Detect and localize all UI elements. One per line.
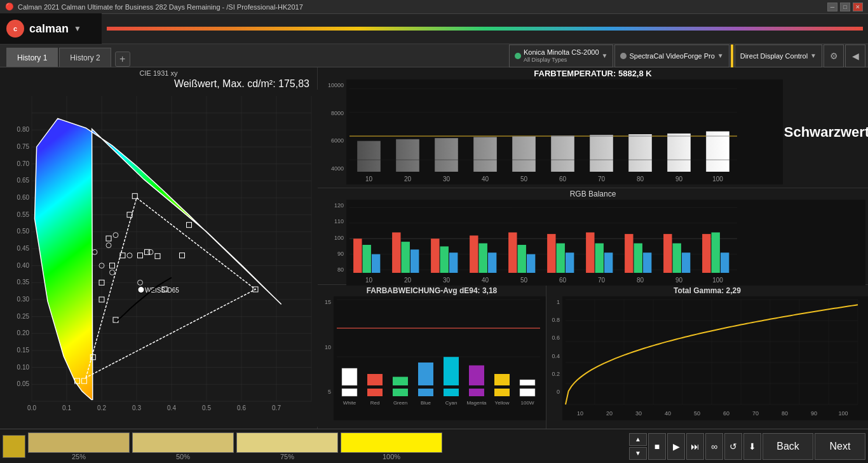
maximize-button[interactable]: □ bbox=[840, 3, 850, 11]
main-body: CIE 1931 xy Weißwert, Max. cd/m²: 175,83… bbox=[0, 67, 868, 429]
nav-buttons: ▲ ▼ ■ ▶ ⏭ ∞ ↺ ⬇ Back Next bbox=[629, 433, 868, 460]
gamma-canvas bbox=[562, 296, 861, 420]
display-dropdown-icon: ▼ bbox=[810, 52, 817, 59]
header: c calman ▼ bbox=[0, 14, 868, 45]
gamma-section: Total Gamma: 2,29 1 0.8 0.6 0.4 0.2 0 bbox=[546, 285, 868, 429]
swatch-100-label: 100% bbox=[383, 453, 400, 460]
rgb-y-100: 100 bbox=[334, 235, 344, 241]
title-bar-logo-icon: 🔴 bbox=[5, 3, 14, 11]
nav-settings-button[interactable]: ⬇ bbox=[743, 433, 761, 460]
farbdev-section: FARBABWEICHUNG-Avg dE94: 3,18 15 10 5 bbox=[318, 285, 546, 429]
nav-step-button[interactable]: ⏭ bbox=[686, 433, 704, 460]
farb-y-10000: 10000 bbox=[328, 82, 344, 88]
pattern-selector[interactable]: SpectraCal VideoForge Pro ▼ bbox=[614, 45, 729, 67]
gamma-title: Total Gamma: 2,29 bbox=[546, 285, 868, 296]
title-bar-text: Calman 2021 Calman Ultimate for Business… bbox=[18, 3, 303, 11]
nav-refresh-button[interactable]: ↺ bbox=[724, 433, 742, 460]
swatch-25-group: 25% bbox=[28, 432, 130, 460]
swatch-50-label: 50% bbox=[176, 453, 190, 460]
farb-y-6000: 6000 bbox=[331, 137, 344, 144]
meter-dropdown-icon: ▼ bbox=[602, 52, 608, 59]
small-swatch bbox=[3, 435, 25, 458]
gamma-y-04: 0.4 bbox=[552, 353, 560, 359]
rgb-y-80: 80 bbox=[337, 266, 344, 273]
gamma-y-02: 0.2 bbox=[552, 371, 560, 377]
nav-loop-button[interactable]: ∞ bbox=[705, 433, 723, 460]
swatch-75-bar bbox=[236, 432, 338, 453]
rgb-y-90: 90 bbox=[337, 251, 344, 257]
svg-text:c: c bbox=[13, 25, 17, 32]
schwarzwert-label: Schwarzwert bbox=[785, 79, 868, 184]
farbtemp-title: FARBTEMPERATUR: 5882,8 K bbox=[318, 67, 868, 79]
close-button[interactable]: ✕ bbox=[853, 3, 863, 11]
rgb-title: RGB Balance bbox=[318, 188, 868, 200]
meter-selector[interactable]: Konica Minolta CS-2000 All Display Types… bbox=[509, 45, 614, 67]
instrument-bar: Konica Minolta CS-2000 All Display Types… bbox=[509, 45, 868, 67]
logo-text: calman bbox=[29, 22, 69, 36]
swatch-75-group: 75% bbox=[236, 432, 338, 460]
cie-canvas bbox=[0, 90, 318, 427]
cie-whitepoint-title: Weißwert, Max. cd/m²: 175,83 bbox=[0, 77, 317, 90]
pattern-status-dot bbox=[620, 53, 627, 59]
rgb-y-110: 110 bbox=[334, 218, 344, 225]
gamma-y-0: 0 bbox=[557, 389, 560, 395]
swatch-100-bar bbox=[341, 432, 442, 453]
rgb-y-120: 120 bbox=[334, 202, 344, 209]
gamma-y-08: 0.8 bbox=[552, 317, 560, 323]
farbdev-y-10: 10 bbox=[325, 344, 331, 350]
tab-add-button[interactable]: + bbox=[115, 52, 130, 67]
swatch-50-group: 50% bbox=[132, 432, 234, 460]
next-nav-button[interactable]: Next bbox=[815, 433, 865, 460]
nav-play-button[interactable]: ▶ bbox=[667, 433, 685, 460]
rgb-canvas bbox=[346, 200, 740, 286]
title-bar: 🔴 Calman 2021 Calman Ultimate for Busine… bbox=[0, 0, 868, 14]
display-yellow-bar bbox=[731, 45, 733, 67]
rainbow-bar bbox=[107, 27, 863, 31]
right-charts: FARBTEMPERATUR: 5882,8 K 10000 8000 6000… bbox=[318, 67, 868, 429]
tab-history2[interactable]: History 2 bbox=[59, 48, 111, 67]
back-arrow-button[interactable]: ◀ bbox=[845, 45, 865, 67]
logo-dropdown-icon[interactable]: ▼ bbox=[74, 24, 81, 33]
farbtemp-section: FARBTEMPERATUR: 5882,8 K 10000 8000 6000… bbox=[318, 67, 868, 188]
meter-status-dot bbox=[515, 53, 521, 59]
swatch-100-group: 100% bbox=[341, 432, 442, 460]
bottom-charts: FARBABWEICHUNG-Avg dE94: 3,18 15 10 5 To… bbox=[318, 285, 868, 429]
bottom-bar: 25% 50% 75% 100% ▲ ▼ ■ ▶ ⏭ ∞ ↺ ⬇ Back Ne… bbox=[0, 429, 868, 463]
display-selector[interactable]: Direct Display Control ▼ bbox=[735, 45, 822, 67]
gamma-y-1: 1 bbox=[557, 299, 560, 305]
cie-chart-title: CIE 1931 xy bbox=[0, 67, 317, 77]
farbdev-canvas bbox=[334, 296, 543, 420]
farbtemp-canvas bbox=[346, 79, 740, 184]
tabs-row: History 1 History 2 + bbox=[0, 45, 130, 67]
back-nav-button[interactable]: Back bbox=[763, 433, 813, 460]
nav-up-button[interactable]: ▲ bbox=[629, 433, 647, 446]
cie-panel: CIE 1931 xy Weißwert, Max. cd/m²: 175,83 bbox=[0, 67, 318, 429]
settings-gear-button[interactable]: ⚙ bbox=[824, 45, 844, 67]
tab-history1[interactable]: History 1 bbox=[6, 48, 58, 67]
rgb-section: RGB Balance 120 110 100 90 80 bbox=[318, 188, 868, 285]
title-bar-left: 🔴 Calman 2021 Calman Ultimate for Busine… bbox=[5, 3, 303, 11]
minimize-button[interactable]: ─ bbox=[827, 3, 837, 11]
swatch-25-bar bbox=[28, 432, 130, 453]
swatch-75-label: 75% bbox=[280, 453, 294, 460]
swatch-50-bar bbox=[132, 432, 234, 453]
nav-vertical-group: ▲ ▼ bbox=[629, 433, 647, 460]
gamma-y-06: 0.6 bbox=[552, 335, 560, 341]
farbdev-y-15: 15 bbox=[325, 299, 331, 305]
farbdev-y-5: 5 bbox=[328, 389, 331, 395]
farb-y-4000: 4000 bbox=[331, 165, 344, 172]
farbdev-title: FARBABWEICHUNG-Avg dE94: 3,18 bbox=[318, 285, 546, 296]
farb-y-8000: 8000 bbox=[331, 110, 344, 116]
title-bar-controls: ─ □ ✕ bbox=[827, 3, 863, 11]
pattern-dropdown-icon: ▼ bbox=[717, 52, 724, 59]
nav-stop-button[interactable]: ■ bbox=[648, 433, 666, 460]
nav-down-button[interactable]: ▼ bbox=[629, 447, 647, 460]
calman-logo-icon: c bbox=[6, 20, 24, 38]
logo-area: c calman ▼ bbox=[0, 13, 102, 44]
swatch-25-label: 25% bbox=[72, 453, 86, 460]
